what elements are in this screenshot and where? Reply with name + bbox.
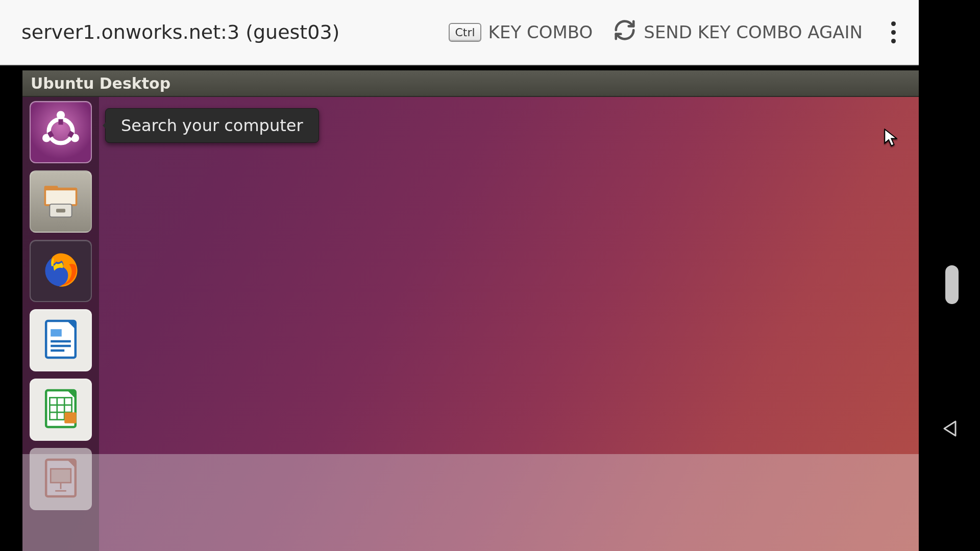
libreoffice-writer-icon — [38, 316, 84, 364]
launcher-item-dash[interactable] — [30, 101, 92, 163]
unity-launcher — [22, 97, 99, 551]
send-again-label: SEND KEY COMBO AGAIN — [644, 22, 863, 42]
launcher-item-writer[interactable] — [30, 309, 92, 371]
launcher-item-firefox[interactable] — [30, 240, 92, 302]
svg-rect-29 — [51, 469, 71, 483]
svg-rect-8 — [44, 186, 58, 190]
ubuntu-menubar[interactable]: Ubuntu Desktop — [22, 70, 919, 97]
libreoffice-impress-icon — [38, 455, 84, 503]
launcher-tooltip: Search your computer — [105, 108, 319, 143]
svg-rect-9 — [46, 190, 76, 204]
launcher-item-impress[interactable] — [30, 448, 92, 510]
svg-rect-17 — [51, 345, 71, 347]
menubar-title: Ubuntu Desktop — [31, 74, 170, 92]
svg-rect-16 — [51, 340, 71, 343]
app-toolbar: server1.onworks.net:3 (guest03) Ctrl KEY… — [0, 0, 919, 65]
launcher-item-calc[interactable] — [30, 379, 92, 441]
send-key-combo-again-button[interactable]: SEND KEY COMBO AGAIN — [613, 18, 863, 46]
svg-rect-4 — [59, 119, 63, 125]
svg-rect-15 — [51, 329, 62, 336]
connection-title: server1.onworks.net:3 (guest03) — [21, 21, 339, 43]
files-icon — [38, 178, 84, 226]
key-combo-button[interactable]: Ctrl KEY COMBO — [449, 22, 593, 42]
ubuntu-desktop-wallpaper[interactable] — [22, 97, 919, 551]
libreoffice-calc-icon — [38, 386, 84, 434]
key-combo-label: KEY COMBO — [488, 22, 593, 42]
ctrl-key-icon: Ctrl — [449, 23, 481, 42]
svg-rect-18 — [51, 349, 64, 352]
tooltip-text: Search your computer — [121, 116, 303, 135]
launcher-item-files[interactable] — [30, 170, 92, 233]
remote-viewport[interactable]: Ubuntu Desktop — [0, 65, 919, 551]
more-options-button[interactable] — [883, 17, 903, 47]
system-back-button[interactable] — [940, 418, 961, 439]
firefox-icon — [38, 247, 84, 295]
svg-point-1 — [57, 111, 65, 119]
svg-rect-11 — [56, 209, 65, 212]
scrollbar-thumb[interactable] — [945, 265, 959, 304]
ubuntu-logo-icon — [38, 108, 84, 156]
svg-rect-13 — [46, 321, 76, 358]
back-triangle-icon — [940, 431, 961, 441]
svg-rect-26 — [64, 412, 76, 423]
refresh-icon — [613, 18, 636, 46]
